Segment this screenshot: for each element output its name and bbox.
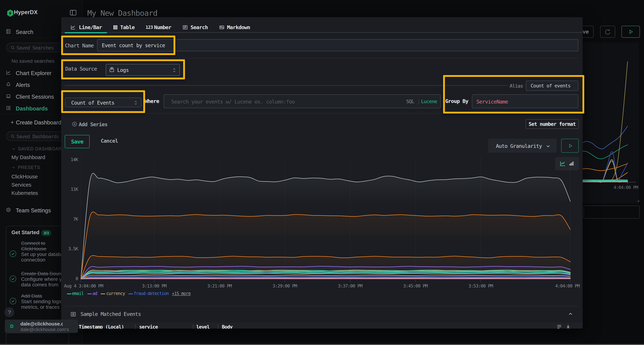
where-label: Where: [145, 98, 159, 104]
table-column-header[interactable]: Timestamp (Local): [79, 324, 124, 329]
section-label: PRESETS: [18, 165, 40, 170]
x-axis-label: 3:37:00 PM: [314, 283, 386, 289]
save-button[interactable]: Save: [65, 135, 90, 148]
cancel-button[interactable]: Cancel: [101, 138, 118, 144]
column-grip-icon[interactable]: [192, 324, 194, 329]
sql-toggle[interactable]: SQL: [406, 99, 414, 104]
y-axis-label: 0: [64, 276, 78, 281]
number-123-icon: 123: [146, 25, 153, 30]
where-placeholder: Search your events w/ Lucene ex. column:…: [171, 99, 295, 105]
gear-icon: [6, 207, 11, 213]
search-icon: [10, 134, 15, 139]
legend-swatch: [87, 294, 92, 294]
granularity-select[interactable]: Auto Granularity: [488, 139, 556, 153]
table-column-header[interactable]: level: [196, 324, 210, 329]
legend-item[interactable]: fraud-detection: [134, 291, 169, 296]
tile-resize-handle[interactable]: [636, 198, 639, 202]
play-icon: [628, 29, 634, 34]
get-started-item-title[interactable]: Create Data Source: [21, 271, 68, 276]
sidebar-item-label: Alerts: [16, 82, 30, 88]
granularity-value: Auto Granularity: [496, 143, 542, 149]
set-number-format-button[interactable]: Set number format: [526, 119, 579, 129]
legend-item[interactable]: email: [72, 291, 84, 296]
tab-label: Line/Bar: [79, 24, 102, 30]
user-popover[interactable]: D dale@clickhouse.com dale@clickhouse.co…: [5, 320, 78, 333]
section-saved-dashboards[interactable]: SAVED DASHBOARDS: [12, 146, 68, 151]
help-button[interactable]: ?: [4, 307, 14, 317]
play-icon: [568, 143, 573, 148]
divider: [65, 306, 578, 306]
sidebar-item-clickhouse[interactable]: ClickHouse: [12, 174, 38, 180]
column-grip-icon[interactable]: [217, 324, 219, 329]
section-presets[interactable]: PRESETS: [12, 165, 40, 170]
get-started-item-title[interactable]: Connect to ClickHouse: [21, 240, 68, 252]
sidebar-item-services[interactable]: Services: [12, 182, 31, 188]
check-circle-icon: [10, 250, 16, 257]
check-circle-icon: [10, 275, 16, 282]
lang-separator: |: [417, 99, 420, 104]
bar-mode-icon[interactable]: [569, 161, 574, 167]
sidebar-item-label: Team Settings: [16, 207, 51, 214]
annotation-chart-name: [61, 35, 175, 55]
collapse-sidebar-icon[interactable]: [69, 9, 77, 17]
legend-item[interactable]: ad: [92, 291, 97, 296]
x-axis-label: 3:21:00 PM: [184, 283, 255, 289]
brand-title: HyperDX: [14, 9, 38, 15]
dashboard-run-button[interactable]: [622, 26, 640, 38]
chart-explorer-icon: [6, 70, 11, 75]
markdown-icon: [219, 25, 224, 30]
lucene-toggle[interactable]: Lucene: [421, 99, 437, 104]
alias-connector-line: [65, 85, 507, 86]
section-label: SAVED DASHBOARDS: [18, 146, 68, 151]
run-chart-button[interactable]: [561, 139, 579, 153]
annotation-alias-group-by: [443, 75, 584, 113]
user-org: dale@clickhouse.com's: [20, 327, 69, 332]
get-started-item-title[interactable]: Add Data: [21, 293, 68, 299]
chart-type-toggle: [555, 157, 579, 170]
window-bottom-edge: [0, 344, 644, 345]
tab-label: Number: [154, 24, 171, 30]
get-started-title: Get Started: [12, 230, 39, 235]
add-series-label: Add Series: [79, 121, 108, 127]
sidebar-item-label: Client Sessions: [16, 94, 54, 100]
table-column-header[interactable]: service: [139, 324, 158, 329]
sidebar-item-kubernetes[interactable]: Kubernetes: [12, 190, 38, 196]
download-icon[interactable]: [565, 324, 571, 329]
dashboard-filter-input[interactable]: [584, 206, 640, 219]
sidebar-item-label: Search: [16, 29, 33, 35]
tab-label: Markdown: [227, 24, 250, 30]
chevron-down-icon: [12, 165, 16, 170]
annotation-data-source: [61, 59, 185, 79]
x-axis-label: 3:53:00 PM: [445, 283, 516, 289]
sidebar-item-my-dashboard[interactable]: My Dashboard: [12, 154, 45, 160]
dashboard-refresh-button[interactable]: [600, 26, 615, 38]
tab-label: Table: [120, 24, 134, 30]
legend-swatch: [67, 294, 72, 294]
dashboards-icon: [6, 105, 11, 111]
user-menu-button[interactable]: [6, 333, 69, 345]
legend-item[interactable]: currency: [106, 291, 125, 296]
line-mode-icon[interactable]: [560, 160, 566, 167]
y-axis-label: 11K: [64, 187, 78, 192]
divider: [65, 58, 578, 58]
search-icon: [10, 45, 15, 50]
search-list-icon: [182, 25, 188, 30]
get-started-badge: 3/3: [41, 230, 51, 236]
avatar: D: [7, 322, 16, 331]
tab-bar: [61, 17, 583, 33]
wrap-lines-icon[interactable]: [556, 324, 562, 329]
table-column-header[interactable]: Body: [222, 324, 232, 329]
x-axis-label: 4:04:00 PM: [508, 283, 580, 289]
x-axis-label: 3:13:00 PM: [118, 283, 190, 289]
legend-swatch: [128, 294, 133, 294]
active-tab-underline: [65, 32, 107, 33]
chevron-up-icon[interactable]: [568, 311, 573, 317]
where-input[interactable]: Search your events w/ Lucene ex. column:…: [164, 94, 440, 108]
column-grip-icon[interactable]: [134, 324, 137, 329]
saved-searches-placeholder: Saved Searches: [16, 45, 54, 50]
legend-more-link[interactable]: +15 more: [172, 291, 190, 296]
x-axis-label: 3:29:00 PM: [249, 283, 320, 289]
sidebar-item-label: Chart Explorer: [16, 70, 52, 76]
user-name: dale@clickhouse.com: [20, 321, 63, 327]
saved-dashboards-placeholder: Saved Dashboards: [16, 134, 59, 139]
